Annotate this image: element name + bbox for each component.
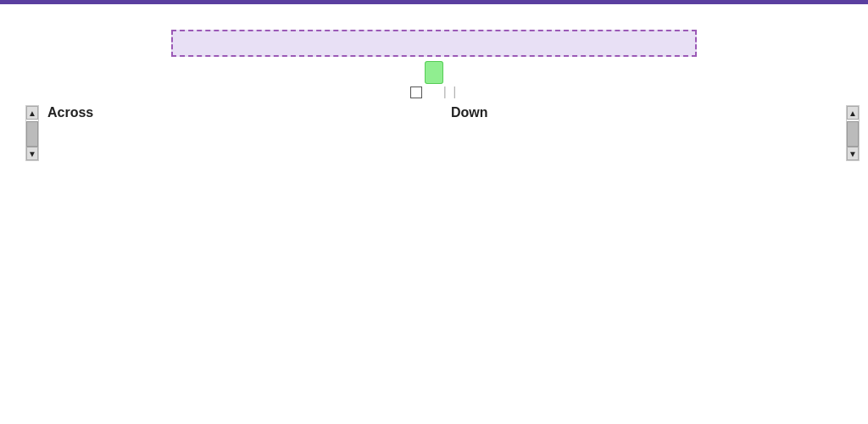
page-header (0, 4, 868, 21)
scroll-up-across[interactable]: ▲ (26, 106, 38, 120)
divider2: | (452, 85, 459, 98)
across-clues: Across (39, 105, 442, 161)
scroll-down-across[interactable]: ▼ (26, 147, 38, 160)
clues-area: ▲ ▼ Across Down ▲ ▼ (25, 105, 860, 161)
down-clues: Down (442, 105, 846, 161)
scroll-down-down[interactable]: ▼ (847, 147, 859, 160)
solve-btn-area (425, 61, 443, 84)
autocheck-checkbox[interactable] (410, 86, 422, 98)
solve-bar (0, 65, 868, 80)
main-area: ▲ ▼ Across Down ▲ ▼ (0, 105, 868, 161)
controls-bar: | | (0, 85, 868, 98)
divider1: | (442, 85, 452, 98)
scroll-thumb-across (26, 121, 38, 147)
down-heading: Down (451, 105, 837, 120)
across-heading: Across (47, 105, 434, 120)
promo-box (171, 30, 697, 57)
scroll-thumb-down (847, 121, 859, 147)
scroll-up-down[interactable]: ▲ (847, 106, 859, 120)
